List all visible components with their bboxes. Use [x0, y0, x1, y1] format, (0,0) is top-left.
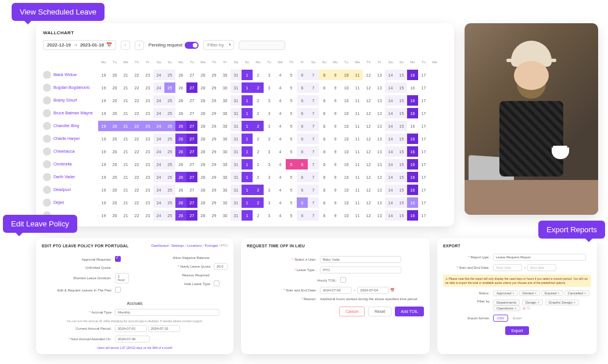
day-cell[interactable]: 26 [175, 197, 186, 208]
day-cell[interactable]: 20 [109, 82, 120, 93]
day-cell[interactable]: 23 [142, 108, 153, 118]
format-csv[interactable]: CSV [493, 315, 508, 322]
filter-dept-chip[interactable]: Departments [493, 300, 520, 305]
day-cell[interactable]: 9 [330, 197, 341, 208]
filter-by-select[interactable]: Filter by [203, 40, 233, 50]
day-cell[interactable]: 6 [297, 197, 308, 208]
day-cell[interactable]: 7 [308, 70, 319, 80]
day-cell[interactable]: 5 [286, 172, 297, 182]
day-cell[interactable]: 21 [120, 70, 131, 80]
day-cell[interactable]: 24 [153, 146, 164, 157]
day-cell[interactable]: 29 [208, 108, 220, 118]
day-cell[interactable]: 12 [363, 134, 374, 144]
day-cell[interactable]: 8 [319, 134, 330, 144]
day-cell[interactable]: 30 [220, 210, 231, 221]
day-cell[interactable]: 29 [208, 197, 220, 208]
day-cell[interactable]: 4 [275, 121, 286, 131]
day-cell[interactable]: 26 [175, 82, 186, 93]
day-cell[interactable]: 26 [175, 121, 186, 131]
day-cell[interactable]: 10 [341, 210, 352, 221]
day-cell[interactable]: 20 [109, 210, 120, 221]
day-cell[interactable]: 13 [374, 159, 385, 170]
day-cell[interactable]: 9 [330, 146, 341, 157]
day-cell[interactable]: 23 [142, 121, 153, 131]
day-cell[interactable]: 28 [197, 146, 208, 157]
day-cell[interactable]: 2 [253, 70, 264, 80]
day-cell[interactable]: 6 [297, 185, 308, 195]
day-cell[interactable]: 8 [319, 197, 330, 208]
day-cell[interactable]: 15 [396, 172, 407, 182]
day-cell[interactable]: 20 [109, 121, 120, 131]
day-cell[interactable]: 27 [186, 108, 197, 118]
day-cell[interactable]: 9 [330, 172, 341, 182]
day-cell[interactable]: 16 [407, 210, 418, 221]
toil-date-from[interactable]: 2024-07-03 [320, 287, 352, 294]
day-cell[interactable]: 19 [98, 121, 109, 131]
day-cell[interactable]: 5 [286, 134, 297, 144]
delete-icon[interactable]: ⊖ [523, 307, 526, 310]
day-cell[interactable]: 3 [264, 121, 275, 131]
day-cell[interactable]: 19 [98, 146, 109, 157]
yearly-input[interactable]: 20.0 [214, 263, 228, 270]
day-cell[interactable]: 7 [308, 82, 319, 93]
day-cell[interactable]: 28 [197, 108, 208, 118]
day-cell[interactable]: 20 [109, 70, 120, 80]
day-cell[interactable]: 24 [153, 82, 164, 93]
day-cell[interactable]: 11 [352, 197, 363, 208]
day-cell[interactable]: 3 [264, 95, 275, 106]
export-date-from[interactable]: Start date [493, 264, 522, 271]
day-cell[interactable]: 29 [208, 134, 220, 144]
day-cell[interactable]: 2 [253, 197, 264, 208]
edit-past-checkbox[interactable] [115, 287, 121, 293]
day-cell[interactable]: 28 [197, 95, 208, 106]
day-cell[interactable]: 4 [275, 172, 286, 182]
day-cell[interactable]: 20 [109, 108, 120, 118]
day-cell[interactable]: 28 [197, 197, 208, 208]
day-cell[interactable]: 30 [220, 82, 231, 93]
day-cell[interactable]: 27 [186, 70, 197, 80]
day-cell[interactable]: 2 [253, 108, 264, 118]
day-cell[interactable]: 2 [253, 82, 264, 93]
day-cell[interactable]: 24 [153, 134, 164, 144]
status-chip[interactable]: Denied [519, 290, 540, 296]
day-cell[interactable]: 25 [164, 108, 175, 118]
pending-toggle[interactable] [185, 42, 199, 49]
day-cell[interactable]: 6 [297, 70, 308, 80]
day-cell[interactable]: 10 [341, 121, 352, 131]
day-cell[interactable]: 6 [297, 210, 308, 221]
day-cell[interactable]: 16 [407, 185, 418, 195]
day-cell[interactable]: 17 [418, 134, 429, 144]
day-cell[interactable]: 12 [363, 159, 374, 170]
day-cell[interactable]: 12 [363, 108, 374, 118]
day-cell[interactable]: 29 [208, 70, 220, 80]
day-cell[interactable]: 8 [319, 82, 330, 93]
day-cell[interactable]: 1 [242, 95, 253, 106]
day-cell[interactable]: 5 [286, 197, 297, 208]
day-cell[interactable]: 23 [142, 210, 153, 221]
day-cell[interactable]: 5 [286, 185, 297, 195]
day-cell[interactable]: 31 [231, 210, 242, 221]
day-cell[interactable]: 17 [418, 70, 429, 80]
approval-checkbox[interactable] [115, 256, 121, 262]
day-cell[interactable]: 28 [197, 134, 208, 144]
day-cell[interactable]: 7 [308, 134, 319, 144]
day-cell[interactable]: 30 [220, 121, 231, 131]
day-cell[interactable]: 14 [385, 95, 396, 106]
day-cell[interactable]: 5 [286, 146, 297, 157]
day-cell[interactable]: 12 [363, 197, 374, 208]
day-cell[interactable]: 4 [275, 134, 286, 144]
day-cell[interactable]: 22 [131, 95, 142, 106]
day-cell[interactable]: 27 [186, 172, 197, 182]
day-cell[interactable]: 21 [120, 82, 131, 93]
day-cell[interactable]: 15 [396, 82, 407, 93]
day-cell[interactable]: 12 [363, 95, 374, 106]
reset-button[interactable]: Reset [368, 307, 391, 316]
day-cell[interactable]: 14 [385, 185, 396, 195]
day-cell[interactable]: 12 [363, 172, 374, 182]
day-cell[interactable]: 1 [242, 121, 253, 131]
day-cell[interactable]: 15 [396, 134, 407, 144]
day-cell[interactable]: 30 [220, 197, 231, 208]
day-cell[interactable]: 1 [242, 134, 253, 144]
day-cell[interactable]: 27 [186, 197, 197, 208]
day-cell[interactable]: 26 [175, 159, 186, 170]
